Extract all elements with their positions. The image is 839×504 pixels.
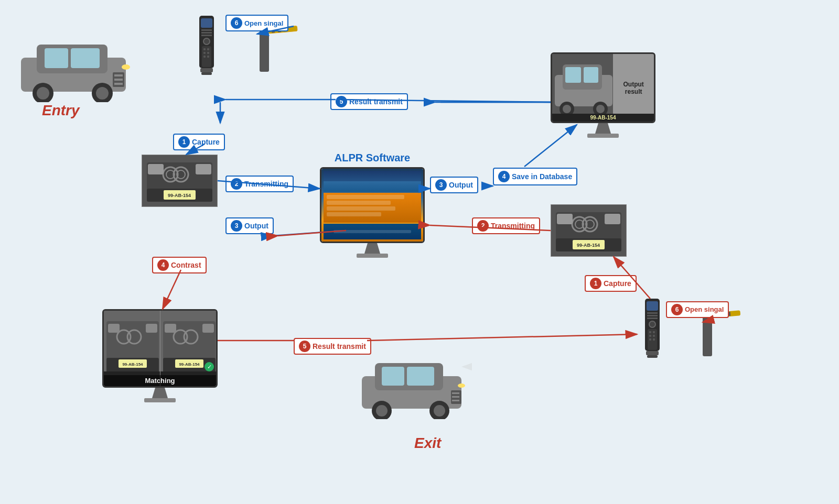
svg-rect-81: [649, 335, 651, 337]
exit-step5-circle: 5: [299, 341, 310, 352]
svg-rect-29: [200, 68, 213, 72]
exit-captured-image: 99-AB-154: [551, 204, 627, 259]
output-result-box: Output result: [613, 54, 654, 122]
svg-rect-66: [605, 214, 620, 224]
exit-step1-badge: 1 Capture: [585, 275, 637, 292]
svg-rect-86: [647, 355, 658, 358]
entry-step5-circle: 5: [336, 96, 347, 107]
svg-rect-84: [653, 338, 655, 341]
svg-rect-17: [201, 29, 212, 31]
alpr-monitor: ALPR Software: [320, 152, 425, 258]
svg-rect-26: [207, 52, 209, 54]
exit-step5-badge: 5 Result transmit: [294, 338, 371, 355]
svg-rect-16: [201, 18, 212, 28]
entry-car: [16, 26, 136, 104]
entry-step3-badge: 3 Output: [225, 217, 274, 234]
svg-rect-30: [201, 72, 212, 75]
svg-point-56: [563, 105, 571, 113]
exit-step6-circle: 6: [671, 304, 683, 315]
svg-rect-5: [71, 48, 100, 68]
result-plate-number: 99-AB-154: [552, 114, 654, 122]
svg-line-136: [163, 270, 181, 309]
svg-marker-93: [461, 346, 472, 388]
alpr-title: ALPR Software: [320, 152, 425, 164]
svg-point-14: [122, 64, 130, 70]
exit-step2-circle: 2: [477, 220, 489, 232]
svg-point-9: [96, 87, 109, 100]
save-db-label: Save in Database: [512, 172, 572, 181]
svg-rect-73: [647, 312, 658, 314]
entry-step1-label: Capture: [192, 138, 220, 146]
svg-rect-19: [201, 35, 212, 36]
result-monitor: Output result 99-AB-154: [551, 52, 655, 138]
exit-step2-badge: 2 Transmitting: [472, 217, 540, 234]
output-result-label: Output: [623, 81, 644, 88]
svg-rect-77: [650, 322, 655, 327]
svg-text:99-AB-154: 99-AB-154: [179, 362, 200, 367]
svg-rect-12: [114, 79, 123, 81]
exit-step3-alpr-label: Output: [449, 181, 473, 189]
entry-step6-box: 6 Open singal: [225, 15, 288, 31]
entry-label: Entry: [42, 102, 80, 119]
svg-rect-44: [148, 164, 164, 174]
svg-rect-97: [407, 367, 434, 386]
exit-step2-label: Transmitting: [491, 222, 535, 230]
svg-rect-82: [653, 335, 655, 337]
svg-rect-28: [207, 56, 209, 58]
svg-rect-103: [452, 392, 459, 394]
svg-rect-25: [203, 52, 206, 54]
svg-rect-11: [114, 74, 123, 76]
exit-car: [357, 346, 472, 421]
svg-point-106: [458, 384, 465, 388]
exit-step5-label: Result transmit: [313, 342, 366, 350]
svg-rect-120: [165, 324, 176, 333]
entry-step2-label: Transmitting: [244, 180, 288, 188]
svg-rect-23: [203, 48, 206, 50]
entry-step1-badge: 1 Capture: [173, 134, 225, 150]
svg-rect-78: [648, 329, 657, 350]
svg-rect-104: [452, 396, 459, 398]
svg-rect-111: [108, 324, 120, 333]
svg-rect-72: [647, 301, 658, 311]
svg-rect-65: [557, 214, 573, 224]
svg-point-58: [596, 105, 605, 113]
exit-step1-label: Capture: [604, 279, 631, 288]
svg-rect-79: [649, 331, 651, 333]
entry-step2-badge: 2 Transmitting: [225, 176, 294, 192]
svg-rect-87: [703, 312, 712, 356]
svg-rect-83: [649, 338, 651, 341]
exit-step1-circle: 1: [590, 278, 601, 289]
svg-rect-121: [202, 324, 214, 333]
svg-text:99-AB-154: 99-AB-154: [122, 362, 143, 367]
entry-step6-label: Open singal: [244, 19, 283, 27]
entry-step1-circle: 1: [178, 136, 190, 148]
entry-step2-circle: 2: [231, 178, 242, 190]
entry-step6-circle: 6: [231, 17, 242, 29]
output-result-label2: result: [625, 88, 642, 95]
entry-step5-label: Result transmit: [349, 97, 403, 106]
svg-rect-27: [203, 56, 206, 58]
svg-rect-105: [452, 400, 459, 401]
entry-step5-badge: 5 Result transmit: [330, 93, 408, 110]
svg-rect-45: [196, 164, 211, 174]
entry-step4-badge: 4 Contrast: [152, 257, 207, 273]
entry-step3-label: Output: [244, 222, 268, 230]
entry-step4-circle: 4: [157, 259, 169, 271]
svg-text:99-AB-154: 99-AB-154: [168, 193, 191, 198]
svg-rect-80: [653, 331, 655, 333]
exit-label: Exit: [414, 435, 441, 452]
svg-rect-21: [204, 39, 209, 44]
save-db-circle: 4: [498, 171, 510, 182]
exit-step3-badge: 3 Output: [430, 177, 478, 193]
svg-text:99-AB-154: 99-AB-154: [577, 243, 600, 248]
svg-rect-96: [382, 367, 404, 386]
svg-rect-4: [45, 48, 68, 68]
svg-rect-74: [647, 315, 658, 316]
entry-step3-circle: 3: [231, 220, 242, 232]
svg-rect-22: [202, 46, 211, 67]
svg-rect-18: [201, 32, 212, 34]
save-db-badge: 4 Save in Database: [493, 168, 577, 185]
matching-monitor: 99-AB-154 99-AB-154: [102, 309, 218, 402]
svg-rect-31: [260, 27, 269, 72]
svg-rect-75: [647, 317, 658, 319]
